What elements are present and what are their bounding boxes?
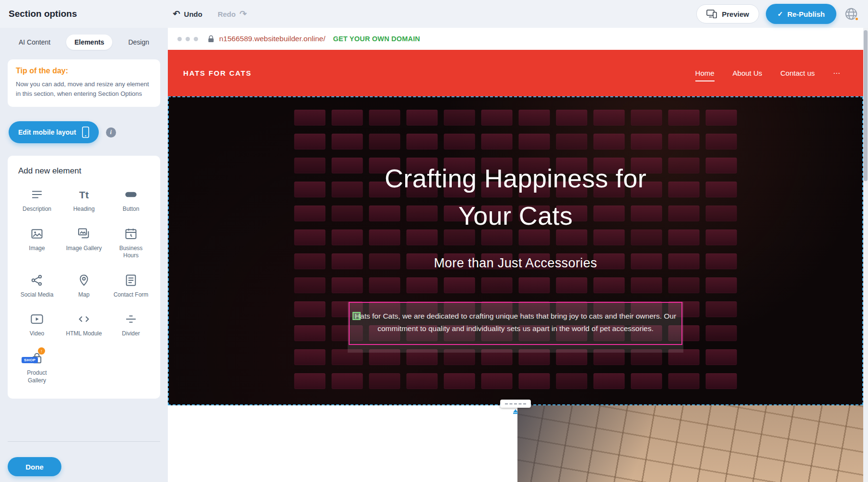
- get-domain-link[interactable]: GET YOUR OWN DOMAIN: [333, 35, 420, 43]
- hero-tile: [706, 325, 737, 341]
- done-button[interactable]: Done: [8, 457, 61, 476]
- undo-label: Undo: [184, 10, 202, 18]
- element-map[interactable]: Map: [60, 273, 107, 299]
- tab-design[interactable]: Design: [120, 34, 157, 50]
- hero-tile: [481, 277, 513, 293]
- redo-button[interactable]: Redo ↷: [218, 10, 247, 18]
- hero-section-selected[interactable]: Crafting Happiness for Your Cats More th…: [168, 96, 863, 405]
- selected-text-element[interactable]: Hats for Cats, we are dedicated to craft…: [349, 302, 682, 345]
- hero-text-block: Crafting Happiness for Your Cats More th…: [169, 160, 862, 271]
- hero-heading-line2[interactable]: Your Cats: [458, 197, 573, 234]
- scrollbar-thumb[interactable]: [864, 30, 868, 181]
- resize-dash-line: [505, 403, 526, 404]
- nav-more-icon[interactable]: ⋯: [833, 69, 840, 78]
- hero-heading-line1[interactable]: Crafting Happiness for: [385, 160, 646, 197]
- check-icon: ✓: [777, 10, 783, 18]
- tip-of-the-day-card: Tip of the day: Now you can add, move an…: [8, 59, 160, 107]
- hero-tile: [519, 373, 550, 389]
- devices-icon: [706, 10, 717, 18]
- info-icon[interactable]: i: [106, 127, 116, 138]
- element-button[interactable]: Button: [107, 187, 154, 213]
- hero-tile: [556, 110, 587, 126]
- heading-icon: Tt: [79, 187, 89, 202]
- hero-tile: [294, 110, 326, 126]
- hero-tile: [407, 134, 438, 149]
- hero-tile: [407, 277, 438, 293]
- hero-tile: [594, 134, 625, 149]
- hero-subheading[interactable]: More than Just Accessories: [434, 256, 598, 271]
- hero-tile: [631, 134, 662, 149]
- hero-tile: [481, 373, 513, 389]
- product-gallery-icon: ↑ SHOP: [30, 351, 44, 366]
- section-options-sidebar: AI Content Elements Design Tip of the da…: [0, 28, 168, 482]
- preview-button[interactable]: Preview: [696, 4, 759, 23]
- social-media-icon: [30, 273, 44, 287]
- sidebar-tabs: AI Content Elements Design: [8, 34, 160, 50]
- hero-paragraph[interactable]: Hats for Cats, we are dedicated to craft…: [350, 303, 681, 342]
- edit-mobile-layout-button[interactable]: Edit mobile layout: [9, 121, 99, 143]
- element-contact-form[interactable]: Contact Form: [107, 273, 154, 299]
- hero-tile: [556, 277, 587, 293]
- element-description[interactable]: Description: [13, 187, 60, 213]
- tip-body: Now you can add, move and resize any ele…: [16, 80, 152, 98]
- site-header[interactable]: HATS FOR CATS Home About Us Contact us ⋯: [168, 50, 863, 96]
- republish-label: Re-Publish: [787, 10, 825, 18]
- notification-dot: [855, 17, 859, 21]
- element-html-module[interactable]: HTML Module: [60, 312, 107, 338]
- contact-form-icon: [124, 273, 138, 287]
- website-preview: HATS FOR CATS Home About Us Contact us ⋯…: [168, 50, 863, 482]
- language-globe-button[interactable]: [843, 6, 859, 22]
- preview-canvas: n1566589.websitebuilder.online/ GET YOUR…: [168, 28, 863, 482]
- map-icon: [77, 273, 91, 287]
- nav-contact-us[interactable]: Contact us: [780, 69, 815, 77]
- window-dot: [194, 37, 198, 41]
- site-url: n1566589.websitebuilder.online/: [219, 34, 325, 43]
- hero-tile: [556, 373, 587, 389]
- hero-tile: [444, 110, 475, 126]
- topbar-actions: Preview ✓ Re-Publish: [696, 4, 859, 24]
- tab-elements[interactable]: Elements: [66, 34, 112, 50]
- site-logo[interactable]: HATS FOR CATS: [183, 69, 252, 77]
- hero-tile: [407, 110, 438, 126]
- nav-home[interactable]: Home: [695, 69, 715, 77]
- hero-tile: [444, 134, 475, 149]
- element-heading[interactable]: Tt Heading: [60, 187, 107, 213]
- next-section-white-area[interactable]: [168, 405, 517, 482]
- drag-handle[interactable]: [352, 312, 361, 320]
- sidebar-divider: [8, 441, 160, 442]
- undo-icon: ↶: [173, 10, 180, 18]
- window-dot: [177, 37, 182, 41]
- hero-tile: [294, 349, 326, 365]
- next-section-photo[interactable]: [517, 405, 863, 482]
- video-icon: [30, 312, 44, 326]
- undo-button[interactable]: ↶ Undo: [173, 10, 202, 18]
- element-social-media[interactable]: Social Media: [13, 273, 60, 299]
- hero-tile: [294, 134, 326, 149]
- resize-arrow-line: [513, 413, 518, 414]
- element-image[interactable]: Image: [13, 227, 60, 260]
- tip-title: Tip of the day:: [16, 67, 152, 75]
- republish-button[interactable]: ✓ Re-Publish: [766, 4, 836, 24]
- hero-tile: [294, 325, 326, 341]
- element-video[interactable]: Video: [13, 312, 60, 338]
- element-product-gallery[interactable]: ↑ SHOP Product Gallery: [13, 351, 60, 384]
- hero-tile: [556, 134, 587, 149]
- element-image-gallery[interactable]: Image Gallery: [60, 227, 107, 260]
- nav-about-us[interactable]: About Us: [733, 69, 762, 77]
- description-icon: [30, 187, 44, 202]
- section-resize-handle[interactable]: [500, 400, 531, 414]
- page-scrollbar[interactable]: [863, 28, 868, 482]
- preview-label: Preview: [722, 10, 749, 18]
- redo-label: Redo: [218, 10, 236, 18]
- main-content: AI Content Elements Design Tip of the da…: [0, 28, 868, 482]
- hero-tile: [294, 301, 326, 317]
- hero-tile: [594, 277, 625, 293]
- hero-tile: [519, 110, 550, 126]
- tab-ai-content[interactable]: AI Content: [11, 34, 59, 50]
- element-business-hours[interactable]: Business Hours: [107, 227, 154, 260]
- hero-tile: [669, 373, 700, 389]
- resize-pill[interactable]: [500, 400, 531, 408]
- element-divider[interactable]: Divider: [107, 312, 154, 338]
- window-dot: [186, 37, 190, 41]
- hero-tile: [706, 301, 737, 317]
